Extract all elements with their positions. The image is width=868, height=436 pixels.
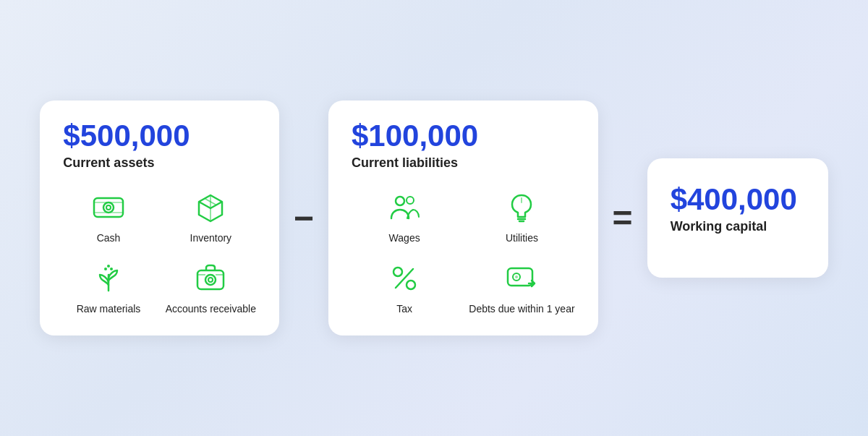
wages-icon [386,188,423,226]
svg-rect-0 [94,198,123,217]
accounts-receivable-label: Accounts receivable [166,302,256,315]
equals-operator: = [610,198,636,238]
utilities-icon [503,188,540,226]
wages-item: Wages [352,188,457,244]
debts-item: Debts due within 1 year [469,259,574,315]
svg-point-8 [110,268,113,270]
assets-icons-grid: Cash Inventory [63,188,256,315]
svg-point-20 [407,281,415,289]
assets-card: $500,000 Current assets Cash [40,101,279,335]
liabilities-card: $100,000 Current liabilities Wages [328,101,598,335]
raw-materials-icon [90,259,127,296]
raw-materials-item: Raw materials [63,259,153,315]
wages-label: Wages [389,231,420,244]
cash-label: Cash [97,231,121,244]
tax-icon [386,259,423,296]
svg-point-15 [407,197,414,204]
tax-label: Tax [396,302,412,315]
liabilities-label: Current liabilities [352,155,575,171]
utilities-item: Utilities [469,188,574,244]
svg-line-21 [396,269,413,288]
assets-label: Current assets [63,155,256,171]
svg-point-7 [107,265,110,268]
inventory-item: Inventory [166,188,256,244]
assets-amount: $500,000 [63,121,256,151]
accounts-receivable-icon [192,259,229,296]
svg-point-6 [104,268,107,270]
svg-point-1 [103,202,114,213]
result-amount: $400,000 [671,184,805,215]
svg-point-2 [106,205,111,210]
cash-item: Cash [63,188,153,244]
inventory-label: Inventory [190,231,232,244]
svg-point-11 [208,278,213,282]
main-container: $500,000 Current assets Cash [22,83,845,353]
svg-point-10 [205,275,216,285]
minus-operator: − [291,198,317,238]
utilities-label: Utilities [506,231,538,244]
result-label: Working capital [671,219,805,234]
debts-icon [503,259,540,296]
svg-point-24 [515,275,518,278]
inventory-icon [192,188,229,226]
cash-icon [90,188,127,226]
result-card: $400,000 Working capital [647,158,828,278]
raw-materials-label: Raw materials [77,302,141,315]
svg-point-19 [393,268,402,276]
accounts-receivable-item: Accounts receivable [166,259,256,315]
svg-point-14 [396,197,404,205]
debts-label: Debts due within 1 year [469,302,574,315]
liabilities-amount: $100,000 [352,121,575,151]
liabilities-icons-grid: Wages Utilities [352,188,575,315]
tax-item: Tax [352,259,457,315]
svg-rect-9 [197,270,224,289]
